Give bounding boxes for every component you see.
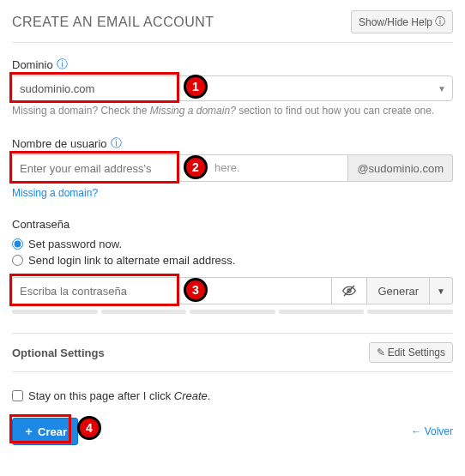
help-icon: ⓘ (435, 15, 445, 29)
username-domain-addon: @sudominio.com (348, 154, 453, 182)
help-icon[interactable]: ⓘ (57, 57, 68, 72)
help-icon[interactable]: ⓘ (111, 136, 122, 151)
footer: Stay on this page after I click Create. … (12, 372, 453, 445)
radio-set-password[interactable]: Set password now. (12, 238, 453, 250)
radio-send-link[interactable]: Send login link to alternate email addre… (12, 254, 453, 267)
toggle-password-visibility-button[interactable] (332, 277, 367, 304)
password-label: Contraseña (12, 218, 69, 231)
stay-on-page-checkbox-row[interactable]: Stay on this page after I click Create. (12, 389, 453, 402)
help-button-label: Show/Hide Help (359, 16, 432, 28)
arrow-left-icon: ← (411, 425, 421, 437)
plus-icon: ＋ (23, 424, 34, 439)
radio-send-link-input[interactable] (12, 255, 23, 266)
password-strength-meter (12, 310, 453, 314)
username-label: Nombre de usuario (12, 137, 107, 150)
generate-password-dropdown[interactable]: ▼ (430, 277, 453, 304)
optional-settings-row: Optional Settings ✎ Edit Settings (12, 333, 453, 372)
password-section: Contraseña Set password now. Send login … (12, 218, 453, 314)
create-button[interactable]: ＋ Crear (12, 418, 78, 445)
generate-password-button[interactable]: Generar (367, 277, 430, 304)
show-hide-help-button[interactable]: Show/Hide Help ⓘ (351, 10, 453, 33)
page-title: CREATE AN EMAIL ACCOUNT (12, 15, 214, 30)
domain-label: Dominio (12, 58, 53, 71)
radio-set-password-input[interactable] (12, 238, 23, 250)
edit-settings-button[interactable]: ✎ Edit Settings (369, 342, 453, 363)
missing-domain-link[interactable]: Missing a domain? (12, 187, 98, 199)
username-input[interactable] (12, 154, 348, 182)
username-section: Nombre de usuario ⓘ @sudominio.com 2 her… (12, 136, 453, 199)
annotation-circle-4: 4 (77, 416, 101, 440)
domain-section: Dominio ⓘ ▼ 1 Missing a domain? Check th… (12, 57, 453, 117)
pencil-icon: ✎ (377, 346, 385, 359)
back-link[interactable]: ← Volver (411, 425, 453, 437)
password-input[interactable] (12, 277, 332, 304)
eye-slash-icon (342, 284, 356, 298)
domain-select[interactable] (12, 75, 453, 101)
header: CREATE AN EMAIL ACCOUNT Show/Hide Help ⓘ (12, 10, 453, 43)
optional-settings-title: Optional Settings (12, 346, 105, 359)
domain-hint: Missing a domain? Check the Missing a do… (12, 105, 453, 117)
chevron-down-icon: ▼ (437, 286, 445, 296)
stay-on-page-checkbox[interactable] (12, 390, 23, 401)
